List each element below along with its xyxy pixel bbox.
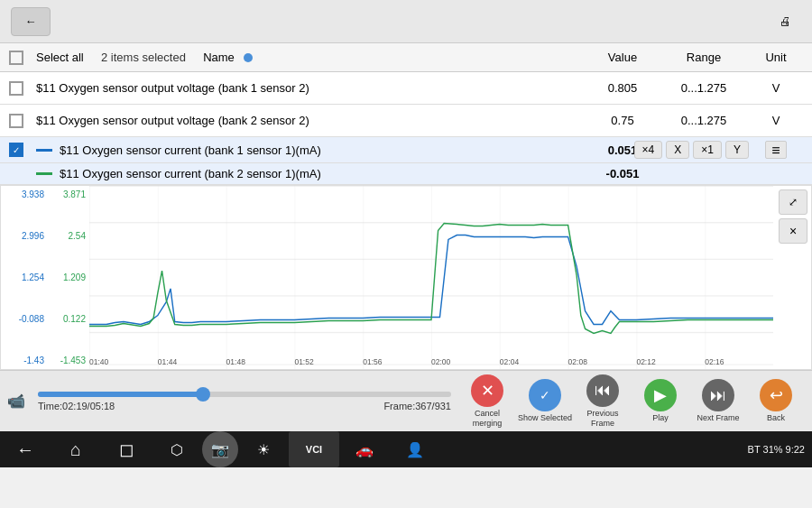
svg-text:02:04: 02:04	[500, 357, 519, 366]
zoom-x-button[interactable]: X	[666, 141, 689, 159]
selected-count: 2 items selected	[101, 51, 186, 64]
select-all-checkbox[interactable]	[9, 51, 23, 65]
chart-svg: 01:40 01:44 01:48 01:52 01:56 02:00 02:0…	[89, 186, 773, 369]
print-icon: 🖨	[780, 14, 791, 28]
row2-value: 0.75	[586, 114, 659, 127]
row2-checkbox[interactable]	[9, 114, 23, 128]
range-header: Range	[659, 51, 749, 64]
print-button[interactable]: 🖨	[769, 7, 801, 36]
row2-name: $11 Oxygen sensor output voltage (bank 2…	[36, 114, 586, 127]
chart-area: 3.938 2.996 1.254 -0.088 -1.43 3.871 2.5…	[0, 185, 812, 370]
value-header: Value	[586, 51, 659, 64]
row1-value: 0.805	[586, 81, 659, 95]
legend-color-bank2	[36, 172, 52, 175]
svg-text:01:56: 01:56	[363, 357, 382, 366]
profile-icon[interactable]: 👤	[390, 431, 440, 467]
close-chart-icon[interactable]: ×	[779, 218, 807, 244]
table-row: $11 Oxygen sensor output voltage (bank 2…	[0, 105, 812, 137]
system-icons-left: ← ⌂ ◻ ⬡ 📷 ☀ VCI 🚗 👤	[0, 431, 440, 467]
svg-text:02:12: 02:12	[636, 357, 655, 366]
status-text: BT 31% 9:22	[748, 444, 805, 455]
row2-unit: V	[749, 114, 803, 127]
y-axis-right: 3.871 2.54 1.209 0.122 -1.453	[48, 186, 88, 369]
svg-rect-0	[89, 186, 773, 369]
row1-unit: V	[749, 81, 803, 95]
back-nav-icon[interactable]: ←	[0, 431, 51, 467]
show-selected-button[interactable]: ✓ Show Selected	[516, 374, 574, 429]
table-row: $11 Oxygen sensor output voltage (bank 1…	[0, 72, 812, 105]
unit-header: Unit	[749, 51, 803, 64]
name-header: Name	[203, 51, 235, 64]
playback-slider-area: Time:02:19/05:18 Frame:367/931	[31, 392, 458, 411]
zoom-y-button[interactable]: Y	[725, 141, 749, 159]
previous-frame-button[interactable]: ⏮ PreviousFrame	[574, 374, 632, 429]
legend-color-bank1	[36, 149, 52, 152]
cancel-merging-button[interactable]: ✕ Cancelmerging	[458, 374, 516, 429]
svg-text:01:48: 01:48	[226, 357, 245, 366]
vci-icon[interactable]: VCI	[289, 431, 339, 467]
video-icon: 📹	[7, 393, 25, 410]
row1-range: 0...1.275	[659, 81, 749, 95]
back-button[interactable]: ↩ Back	[747, 374, 805, 429]
hex-icon[interactable]: ⬡	[152, 431, 202, 467]
zoom-x1-button[interactable]: ×1	[693, 141, 722, 159]
svg-text:02:08: 02:08	[568, 357, 587, 366]
sensor-label1: $11 Oxygen sensor current (bank 1 sensor…	[60, 143, 321, 157]
playback-slider[interactable]	[38, 392, 451, 397]
back-icon: ←	[25, 14, 37, 28]
brightness-icon[interactable]: ☀	[238, 431, 289, 467]
zoom-x4-button[interactable]: ×4	[634, 141, 663, 159]
table-header: Select all 2 items selected Name Value R…	[0, 43, 812, 72]
system-bar: ← ⌂ ◻ ⬡ 📷 ☀ VCI 🚗 👤 BT 31% 9:22	[0, 431, 812, 467]
expand-icon[interactable]: ⤢	[779, 189, 807, 215]
play-button[interactable]: ▶ Play	[632, 374, 689, 429]
time-label: Time:02:19/05:18	[38, 401, 115, 411]
recent-apps-icon[interactable]: ◻	[101, 431, 152, 467]
system-status: BT 31% 9:22	[748, 444, 812, 455]
svg-text:01:44: 01:44	[158, 357, 177, 366]
select-all-label: Select all	[36, 51, 84, 64]
sensor-current-checkbox[interactable]: ✓	[9, 143, 23, 157]
row2-range: 0...1.275	[659, 114, 749, 127]
svg-text:02:00: 02:00	[431, 357, 450, 366]
svg-text:01:40: 01:40	[89, 357, 108, 366]
sensor-label2: $11 Oxygen sensor current (bank 2 sensor…	[60, 167, 321, 180]
next-frame-button[interactable]: ⏭ Next Frame	[689, 374, 747, 429]
top-bar: ← 🖨	[0, 0, 812, 43]
menu-lines-icon[interactable]: ≡	[765, 141, 787, 159]
bottom-controls: 📹 Time:02:19/05:18 Frame:367/931 ✕ Cance…	[0, 370, 812, 431]
home-icon[interactable]: ⌂	[51, 431, 101, 467]
row1-checkbox[interactable]	[9, 81, 23, 96]
chart-side-buttons: ⤢ ×	[775, 186, 811, 247]
sensor-value2: -0.051	[586, 167, 659, 180]
camera-icon[interactable]: 📷	[202, 431, 238, 467]
name-info-dot	[244, 53, 253, 62]
svg-text:02:16: 02:16	[705, 357, 724, 366]
sensor-current-section: ✓ $11 Oxygen sensor current (bank 1 sens…	[0, 137, 812, 185]
row1-name: $11 Oxygen sensor output voltage (bank 1…	[36, 81, 586, 95]
y-axis-left: 3.938 2.996 1.254 -0.088 -1.43	[1, 186, 46, 369]
back-button[interactable]: ←	[11, 7, 51, 36]
frame-label: Frame:367/931	[383, 401, 451, 411]
svg-text:01:52: 01:52	[294, 357, 313, 366]
car-icon[interactable]: 🚗	[339, 431, 390, 467]
